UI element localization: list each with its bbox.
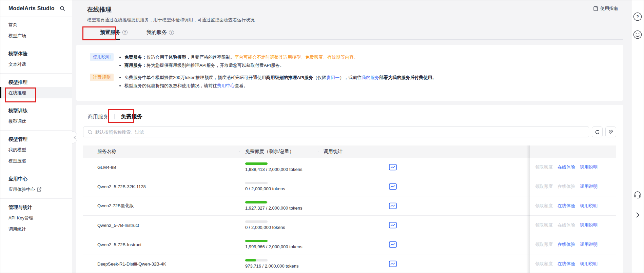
page-title: 在线推理 bbox=[87, 5, 623, 14]
tab-my-services[interactable]: 我的服务 ? bbox=[147, 29, 174, 39]
sidebar-group: 模型体验文本对话 bbox=[0, 45, 72, 74]
inline-link[interactable]: 我的服务 bbox=[362, 75, 379, 80]
table-row: DeepSeek-R1-Distill-Qwen-32B-4K 973,716 … bbox=[83, 254, 616, 273]
sidebar-section-header: 模型训练 bbox=[0, 104, 72, 116]
call-docs-link[interactable]: 调用说明 bbox=[580, 164, 598, 170]
call-stats-chart-icon[interactable] bbox=[389, 164, 397, 171]
svg-text:?: ? bbox=[636, 14, 639, 19]
table-row: Qwen2-72B量化版 1,927,327 / 2,000,000 token… bbox=[83, 196, 616, 216]
claim-quota-link[interactable]: 领取额度 bbox=[535, 203, 553, 209]
sidebar-item[interactable]: 应用体验中心 bbox=[0, 184, 72, 195]
service-type-tabs: 商用服务 免费服务 bbox=[83, 110, 616, 123]
sidebar-item[interactable]: 我的模型 bbox=[0, 144, 72, 155]
quota-text: 973,716 / 2,000,000 tokens bbox=[245, 264, 318, 269]
support-headset-icon[interactable] bbox=[633, 190, 642, 199]
online-experience-link[interactable]: 在线体验 bbox=[558, 183, 575, 190]
call-stats-cell bbox=[318, 202, 530, 209]
claim-quota-link[interactable]: 领取额度 bbox=[535, 164, 553, 170]
search-row bbox=[83, 126, 616, 137]
online-experience-link[interactable]: 在线体验 bbox=[558, 164, 575, 170]
notice-line: 免费服务中单个模型提供200万token推理额度，额度消耗完后可开通使用商用级别… bbox=[124, 74, 436, 82]
sidebar-group: 应用中心应用体验中心 bbox=[0, 170, 72, 199]
service-name: GLM4-9B bbox=[83, 165, 240, 170]
col-call-stats: 调用统计 bbox=[318, 149, 530, 155]
row-actions: 领取额度 在线体验 调用说明 bbox=[530, 158, 617, 177]
tab-label: 我的服务 bbox=[147, 29, 167, 36]
feedback-smiley-icon[interactable] bbox=[633, 30, 642, 39]
usage-notice-group: 使用说明 免费服务：仅适合用于体验模型，且受严格的速率限制。平台可能会不定时调整… bbox=[90, 53, 616, 70]
sidebar-item[interactable]: 模型压缩 bbox=[0, 155, 72, 167]
search-icon bbox=[87, 130, 93, 135]
sidebar-section-header: 模型推理 bbox=[0, 76, 72, 87]
search-input[interactable] bbox=[95, 130, 585, 135]
row-actions: 领取额度 在线体验 调用说明 bbox=[530, 235, 617, 254]
sidebar-logo-row: ModelArts Studio bbox=[0, 0, 72, 17]
quota-progress-bar bbox=[245, 220, 268, 223]
claim-quota-link[interactable]: 领取额度 bbox=[535, 183, 553, 190]
sidebar-section-header: 应用中心 bbox=[0, 172, 72, 184]
inline-link[interactable]: 费用中心 bbox=[217, 83, 235, 88]
claim-quota-link[interactable]: 领取额度 bbox=[535, 241, 553, 248]
row-actions: 领取额度 在线体验 调用说明 bbox=[530, 177, 617, 196]
sidebar-item-label: API Key管理 bbox=[8, 215, 33, 221]
online-experience-link[interactable]: 在线体验 bbox=[558, 222, 575, 228]
quota-cell: 0 / 2,000,000 tokens bbox=[240, 220, 318, 230]
call-stats-chart-icon[interactable] bbox=[389, 183, 397, 190]
sidebar-item[interactable]: 模型广场 bbox=[0, 30, 72, 41]
tab-free-services[interactable]: 免费服务 bbox=[121, 113, 142, 120]
tab-preset-services[interactable]: 预置服务 ? bbox=[100, 29, 128, 39]
call-docs-link[interactable]: 调用说明 bbox=[580, 241, 598, 248]
call-stats-chart-icon[interactable] bbox=[389, 202, 397, 209]
tab-commercial-services[interactable]: 商用服务 bbox=[88, 114, 108, 120]
sidebar-item[interactable]: 文本对话 bbox=[0, 59, 72, 70]
call-stats-cell bbox=[318, 183, 530, 190]
inline-link[interactable]: 贵阳一 bbox=[326, 75, 339, 80]
quota-cell: 1,927,327 / 2,000,000 tokens bbox=[240, 201, 318, 211]
help-circle-icon[interactable]: ? bbox=[122, 30, 128, 35]
sidebar-group: 首页模型广场 bbox=[0, 17, 72, 45]
usage-notice-list: 免费服务：仅适合用于体验模型，且受严格的速率限制。平台可能会不定时调整其适用模型… bbox=[118, 53, 358, 70]
notice-line: 模型服务的优惠折扣的发放和使用情况，请前往费用中心查看。 bbox=[124, 82, 436, 90]
claim-quota-link[interactable]: 领取额度 bbox=[535, 261, 553, 267]
settings-gear-button[interactable] bbox=[605, 126, 616, 137]
sidebar-item-label: 模型广场 bbox=[8, 33, 26, 39]
help-icon[interactable]: ? bbox=[633, 12, 642, 21]
sidebar-item[interactable]: 在线推理 bbox=[0, 87, 72, 98]
sidebar-search-icon[interactable] bbox=[60, 6, 65, 11]
usage-guide-link[interactable]: 使用指南 bbox=[593, 5, 618, 12]
table-body: GLM4-9B 1,988,413 / 2,000,000 tokens 领取额… bbox=[83, 158, 616, 273]
call-docs-link[interactable]: 调用说明 bbox=[580, 222, 598, 228]
sidebar-item-label: 我的模型 bbox=[8, 147, 26, 153]
online-experience-link[interactable]: 在线体验 bbox=[558, 261, 575, 267]
page-tabs: 预置服务 ? 我的服务 ? bbox=[87, 29, 623, 40]
notice-card: 使用说明 免费服务：仅适合用于体验模型，且受严格的速率限制。平台可能会不定时调整… bbox=[76, 45, 623, 101]
sidebar-item[interactable]: 首页 bbox=[0, 19, 72, 30]
call-docs-link[interactable]: 调用说明 bbox=[580, 183, 598, 190]
guide-doc-icon bbox=[593, 6, 598, 11]
quota-progress-bar bbox=[245, 259, 268, 261]
online-experience-link[interactable]: 在线体验 bbox=[558, 241, 575, 248]
help-circle-icon[interactable]: ? bbox=[169, 30, 174, 35]
refresh-button[interactable] bbox=[592, 126, 603, 137]
row-actions: 领取额度 在线体验 调用说明 bbox=[530, 196, 617, 215]
service-name: Qwen2_5-7B-Instruct bbox=[83, 223, 240, 228]
call-stats-chart-icon[interactable] bbox=[389, 260, 397, 267]
online-experience-link[interactable]: 在线体验 bbox=[558, 203, 575, 209]
call-docs-link[interactable]: 调用说明 bbox=[580, 203, 598, 209]
notice-line: 免费服务：仅适合用于体验模型，且受严格的速率限制。平台可能会不定时调整其适用模型… bbox=[124, 53, 358, 61]
sidebar-item[interactable]: 调用统计 bbox=[0, 223, 72, 235]
call-docs-link[interactable]: 调用说明 bbox=[580, 261, 598, 267]
billing-notice-list: 免费服务中单个模型提供200万token推理额度，额度消耗完后可开通使用商用级别… bbox=[118, 74, 436, 90]
main-content: 在线推理 使用指南 模型需要通过在线推理提供服务，用于模型体验和调用，可通过监控… bbox=[72, 0, 631, 273]
collapse-rail-chevron-icon[interactable] bbox=[635, 212, 640, 218]
sidebar-item[interactable]: 模型调优 bbox=[0, 116, 72, 127]
quota-text: 1,927,327 / 2,000,000 tokens bbox=[245, 206, 318, 211]
sidebar-item[interactable]: API Key管理 bbox=[0, 212, 72, 223]
search-box[interactable] bbox=[83, 126, 589, 137]
service-name: Qwen2_5-72B-Instruct bbox=[83, 242, 240, 247]
page-header: 在线推理 使用指南 模型需要通过在线推理提供服务，用于模型体验和调用，可通过监控… bbox=[72, 0, 631, 40]
call-stats-chart-icon[interactable] bbox=[389, 241, 397, 248]
claim-quota-link[interactable]: 领取额度 bbox=[535, 222, 553, 228]
call-stats-chart-icon[interactable] bbox=[389, 222, 397, 229]
call-stats-cell bbox=[318, 260, 530, 267]
